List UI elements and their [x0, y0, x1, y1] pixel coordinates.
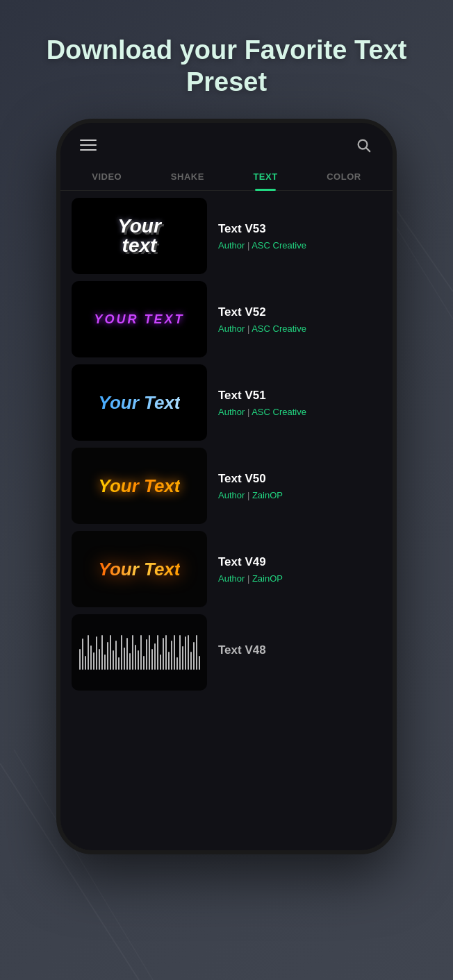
preset-info-v53: Text V53 Author | ASC Creative: [218, 222, 381, 251]
page-title: Download your Favorite Text Preset: [28, 35, 425, 98]
preset-list: Yourtext Text V53 Author | ASC Creative …: [60, 191, 393, 850]
list-item[interactable]: Your Text Text V49 Author | ZainOP: [72, 531, 381, 607]
thumb-text-v53: Yourtext: [117, 217, 161, 255]
phone-screen: VIDEO SHAKE TEXT COLOR Yourtext Text V53…: [60, 123, 393, 850]
preset-thumbnail-v51: Your Text: [72, 364, 207, 441]
app-header: [60, 123, 393, 164]
thumb-text-v51: Your Text: [99, 392, 181, 414]
tab-video[interactable]: VIDEO: [81, 164, 133, 190]
preset-name-v49: Text V49: [218, 555, 381, 569]
preset-author-v49: Author | ZainOP: [218, 573, 381, 584]
preset-name-v52: Text V52: [218, 305, 381, 319]
preset-thumbnail-v53: Yourtext: [72, 198, 207, 274]
tab-bar: VIDEO SHAKE TEXT COLOR: [60, 164, 393, 191]
preset-name-v51: Text V51: [218, 389, 381, 403]
list-item[interactable]: Your Text Text V51 Author | ASC Creative: [72, 364, 381, 441]
preset-thumbnail-v52: YOUR TEXT: [72, 281, 207, 357]
preset-info-v50: Text V50 Author | ZainOP: [218, 472, 381, 500]
preset-thumbnail-v49: Your Text: [72, 531, 207, 607]
preset-info-v48: Text V48: [218, 643, 381, 661]
preset-name-v53: Text V53: [218, 222, 381, 236]
tab-color[interactable]: COLOR: [315, 164, 372, 190]
barcode-graphic: [79, 635, 200, 670]
preset-author-v51: Author | ASC Creative: [218, 407, 381, 417]
preset-name-v50: Text V50: [218, 472, 381, 486]
tab-shake[interactable]: SHAKE: [160, 164, 215, 190]
preset-info-v49: Text V49 Author | ZainOP: [218, 555, 381, 584]
phone-mockup: VIDEO SHAKE TEXT COLOR Yourtext Text V53…: [56, 119, 397, 854]
list-item[interactable]: Yourtext Text V53 Author | ASC Creative: [72, 198, 381, 274]
preset-thumbnail-v48: [72, 614, 207, 691]
preset-author-v52: Author | ASC Creative: [218, 323, 381, 334]
headline-section: Download your Favorite Text Preset: [0, 0, 453, 119]
preset-name-v48: Text V48: [218, 643, 381, 657]
thumb-text-v49: Your Text: [99, 559, 181, 580]
svg-line-5: [366, 148, 370, 151]
list-item[interactable]: Text V48: [72, 614, 381, 691]
preset-info-v52: Text V52 Author | ASC Creative: [218, 305, 381, 334]
search-button[interactable]: [354, 135, 373, 155]
preset-author-v53: Author | ASC Creative: [218, 240, 381, 251]
list-item[interactable]: Your Text Text V50 Author | ZainOP: [72, 448, 381, 524]
thumb-text-v52: YOUR TEXT: [94, 312, 184, 327]
list-item[interactable]: YOUR TEXT Text V52 Author | ASC Creative: [72, 281, 381, 357]
phone-wrapper: VIDEO SHAKE TEXT COLOR Yourtext Text V53…: [0, 119, 453, 854]
preset-info-v51: Text V51 Author | ASC Creative: [218, 389, 381, 417]
preset-thumbnail-v50: Your Text: [72, 448, 207, 524]
thumb-text-v50: Your Text: [99, 475, 181, 497]
tab-text[interactable]: TEXT: [242, 164, 288, 190]
menu-button[interactable]: [80, 140, 97, 151]
preset-author-v50: Author | ZainOP: [218, 490, 381, 500]
